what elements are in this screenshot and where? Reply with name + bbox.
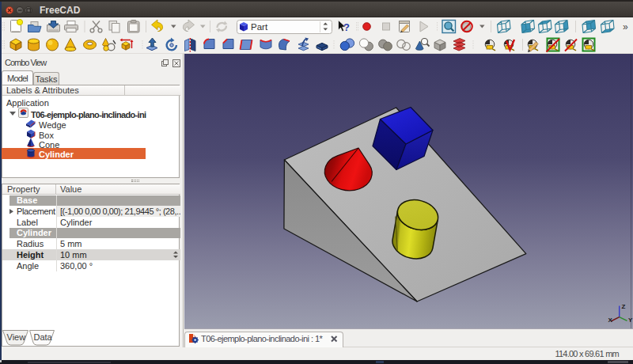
svg-text:Part: Part: [251, 22, 268, 32]
svg-text:X: X: [608, 317, 613, 324]
svg-text:?: ?: [343, 21, 350, 33]
svg-text:»: »: [623, 21, 628, 32]
svg-text:Z: Z: [622, 303, 626, 310]
svg-text:Data: Data: [34, 332, 53, 342]
svg-text:View: View: [7, 332, 26, 342]
